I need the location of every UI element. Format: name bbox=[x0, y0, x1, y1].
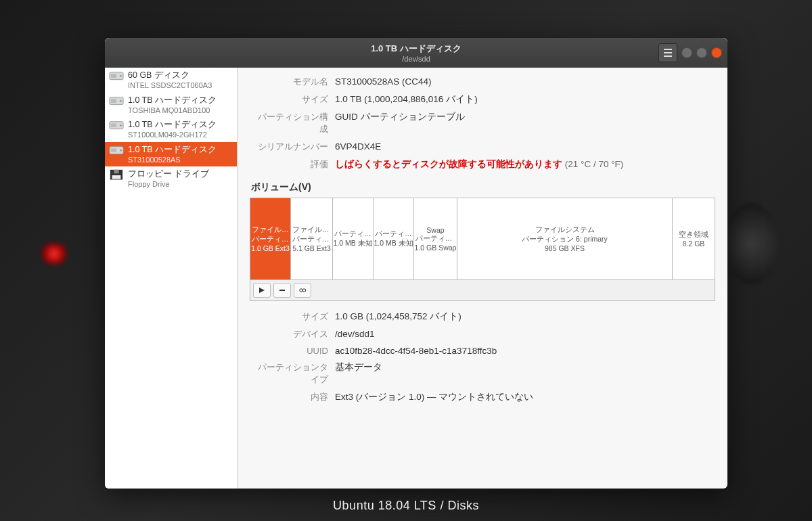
volume-toolbar bbox=[250, 279, 715, 300]
drive-name: 60 GB ディスク bbox=[128, 70, 212, 81]
hdd-icon bbox=[109, 70, 124, 83]
volume-line2: パーティショ… bbox=[292, 235, 331, 244]
sidebar-drive-1[interactable]: 1.0 TB ハードディスクTOSHIBA MQ01ABD100 bbox=[105, 93, 237, 118]
serial-value: 6VP4DX4E bbox=[335, 141, 381, 152]
vol-ptype-label: パーティションタイプ bbox=[250, 361, 335, 386]
drive-model: TOSHIBA MQ01ABD100 bbox=[128, 106, 217, 115]
drive-model: ST1000LM049-2GH172 bbox=[128, 130, 217, 139]
sidebar-drive-2[interactable]: 1.0 TB ハードディスクST1000LM049-2GH172 bbox=[105, 117, 237, 142]
partitioning-label: パーティション構成 bbox=[250, 111, 335, 135]
drive-sidebar: 60 GB ディスクINTEL SSDSC2CT060A31.0 TB ハードデ… bbox=[105, 68, 238, 489]
volume-size: 1.0 MB 未知 bbox=[333, 239, 372, 248]
main-panel: モデル名ST31000528AS (CC44) サイズ1.0 TB (1,000… bbox=[238, 68, 727, 489]
drive-name: フロッピー ドライブ bbox=[128, 168, 209, 179]
drive-model: INTEL SSDSC2CT060A3 bbox=[128, 81, 212, 90]
volume-size: 1.0 MB 未知 bbox=[374, 239, 413, 248]
serial-label: シリアルナンバー bbox=[250, 141, 335, 153]
volume-line1: ファイルシ… bbox=[252, 225, 289, 235]
size-value: 1.0 TB (1,000,204,886,016 バイト) bbox=[335, 93, 478, 106]
svg-rect-5 bbox=[111, 99, 116, 102]
volume-partition-5[interactable]: ファイルシステムパーティション 6: primary985 GB XFS bbox=[457, 198, 673, 279]
sidebar-drive-3[interactable]: 1.0 TB ハードディスクST31000528AS bbox=[105, 142, 237, 167]
volume-line2: パーティシ… bbox=[375, 229, 412, 239]
sidebar-drive-4[interactable]: フロッピー ドライブFloppy Drive bbox=[105, 166, 237, 191]
hamburger-menu-button[interactable] bbox=[658, 43, 677, 62]
volume-line2: パーティション 6: primary bbox=[459, 235, 671, 244]
hdd-icon bbox=[109, 95, 124, 108]
svg-rect-2 bbox=[111, 74, 116, 77]
volume-size: 1.0 GB Swap bbox=[415, 244, 457, 252]
drive-name: 1.0 TB ハードディスク bbox=[128, 119, 217, 130]
svg-rect-15 bbox=[279, 290, 285, 291]
svg-rect-14 bbox=[112, 175, 121, 179]
svg-point-4 bbox=[120, 99, 122, 101]
vol-uuid-value: ac10fb28-4dcc-4f54-8eb1-c1a3718ffc3b bbox=[335, 346, 497, 356]
svg-rect-8 bbox=[111, 124, 116, 127]
drive-model: Floppy Drive bbox=[128, 179, 209, 189]
vol-ptype-value: 基本データ bbox=[335, 361, 382, 373]
assessment-temperature: (21 °C / 70 °F) bbox=[562, 159, 623, 169]
disks-window: 1.0 TB ハードディスク /dev/sdd 60 GB ディスクINTEL … bbox=[105, 38, 727, 489]
svg-point-10 bbox=[120, 150, 122, 152]
volume-line2: 空き領域 bbox=[674, 230, 713, 240]
volume-size: 985 GB XFS bbox=[545, 244, 585, 252]
vol-contents-value: Ext3 (バージョン 1.0) — マウントされていない bbox=[335, 391, 533, 403]
assessment-value: しばらくするとディスクが故障する可能性があります (21 °C / 70 °F) bbox=[335, 158, 623, 171]
volume-line2: パーティシ… bbox=[334, 229, 371, 239]
model-label: モデル名 bbox=[250, 76, 335, 88]
volume-size: 5.1 GB Ext3 bbox=[292, 244, 331, 252]
volumes-section-title: ボリューム(V) bbox=[251, 181, 715, 194]
hdd-icon bbox=[109, 144, 124, 158]
vol-size-label: サイズ bbox=[250, 311, 335, 323]
volume-size: 1.0 GB Ext3 bbox=[251, 244, 290, 252]
assessment-label: 評価 bbox=[250, 158, 335, 171]
mount-button[interactable] bbox=[253, 283, 271, 298]
titlebar: 1.0 TB ハードディスク /dev/sdd bbox=[105, 38, 727, 68]
drive-model: ST31000528AS bbox=[128, 155, 217, 164]
size-label: サイズ bbox=[250, 93, 335, 106]
partition-options-button[interactable] bbox=[294, 283, 311, 298]
vol-uuid-label: UUID bbox=[250, 346, 335, 356]
volume-line1: ファイルシステム bbox=[459, 225, 671, 235]
partitioning-value: GUID パーティションテーブル bbox=[335, 111, 465, 123]
volume-line2: パーティシ… bbox=[415, 234, 455, 244]
window-subtitle: /dev/sdd bbox=[105, 55, 727, 63]
model-value: ST31000528AS (CC44) bbox=[335, 76, 432, 87]
window-title: 1.0 TB ハードディスク bbox=[105, 43, 727, 55]
svg-point-16 bbox=[300, 289, 302, 292]
sidebar-drive-0[interactable]: 60 GB ディスクINTEL SSDSC2CT060A3 bbox=[105, 68, 237, 93]
volume-size: 8.2 GB bbox=[683, 240, 705, 248]
assessment-warning: しばらくするとディスクが故障する可能性があります bbox=[335, 159, 562, 169]
volume-partition-4[interactable]: Swapパーティシ…1.0 GB Swap bbox=[414, 198, 457, 279]
delete-partition-button[interactable] bbox=[273, 283, 291, 298]
svg-rect-13 bbox=[114, 170, 118, 173]
minimize-button[interactable] bbox=[681, 47, 692, 58]
svg-rect-11 bbox=[111, 148, 116, 152]
svg-point-17 bbox=[302, 289, 305, 292]
hdd-icon bbox=[109, 119, 124, 133]
volume-map: ファイルシ…パーティシ…1.0 GB Ext3ファイルシ…パーティショ…5.1 … bbox=[250, 198, 715, 301]
vol-size-value: 1.0 GB (1,024,458,752 バイト) bbox=[335, 311, 461, 323]
drive-name: 1.0 TB ハードディスク bbox=[128, 144, 217, 155]
close-button[interactable] bbox=[711, 47, 722, 58]
svg-point-7 bbox=[120, 124, 122, 127]
volume-line2: パーティシ… bbox=[252, 235, 289, 244]
maximize-button[interactable] bbox=[696, 47, 707, 58]
vol-device-value: /dev/sdd1 bbox=[335, 329, 375, 339]
volume-partition-3[interactable]: パーティシ…1.0 MB 未知 bbox=[374, 198, 414, 279]
volume-partition-1[interactable]: ファイルシ…パーティショ…5.1 GB Ext3 bbox=[291, 198, 333, 279]
volume-line1: Swap bbox=[415, 226, 455, 234]
svg-point-1 bbox=[120, 75, 122, 77]
vol-contents-label: 内容 bbox=[250, 391, 335, 403]
screenshot-caption: Ubuntu 18.04 LTS / Disks bbox=[0, 499, 812, 513]
volume-partition-2[interactable]: パーティシ…1.0 MB 未知 bbox=[333, 198, 374, 279]
volume-line1: ファイルシ… bbox=[292, 225, 331, 235]
drive-name: 1.0 TB ハードディスク bbox=[128, 95, 217, 106]
volume-partition-0[interactable]: ファイルシ…パーティシ…1.0 GB Ext3 bbox=[250, 198, 291, 279]
vol-device-label: デバイス bbox=[250, 328, 335, 340]
volume-partition-6[interactable]: 空き領域8.2 GB bbox=[673, 198, 715, 279]
floppy-icon bbox=[109, 168, 124, 182]
